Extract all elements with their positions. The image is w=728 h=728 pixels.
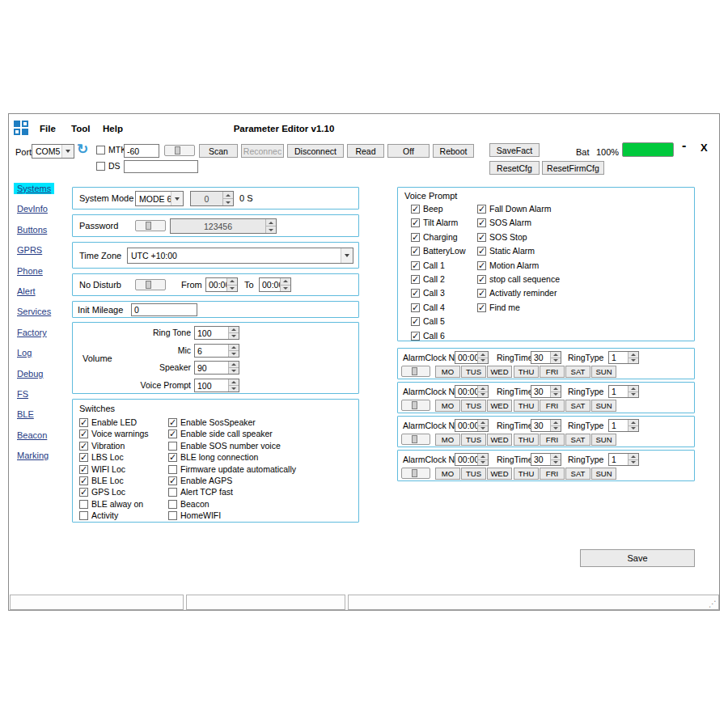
alarm-enable-slider[interactable] <box>401 400 430 411</box>
voice-checkbox-call-2[interactable]: Call 2 <box>411 274 445 284</box>
ringtype-spinner[interactable]: 1 <box>608 351 639 364</box>
day-button-fri[interactable]: FRI <box>540 468 565 480</box>
spinner-arrows[interactable] <box>228 379 239 392</box>
alarm-enable-slider[interactable] <box>401 434 430 445</box>
voice-checkbox-call-3[interactable]: Call 3 <box>411 288 445 298</box>
day-button-tus[interactable]: TUS <box>461 468 486 480</box>
voice-checkbox-batterylow[interactable]: BatteryLow <box>411 246 466 256</box>
day-button-wed[interactable]: WED <box>487 366 512 378</box>
volume-speaker-spinner[interactable]: 90 <box>194 361 239 375</box>
switch-checkbox-wifi-loc[interactable]: WIFI Loc <box>79 464 125 474</box>
switch-checkbox-ble-loc[interactable]: BLE Loc <box>79 476 124 485</box>
sidebar-item-beacon[interactable]: Beacon <box>14 430 50 441</box>
day-button-tus[interactable]: TUS <box>461 400 486 412</box>
system-mode-combobox[interactable]: MODE 6 <box>135 191 184 206</box>
spinner-arrows[interactable] <box>477 352 488 363</box>
voice-checkbox-static-alarm[interactable]: Static Alarm <box>477 246 535 256</box>
switch-checkbox-enable-sosspeaker[interactable]: Enable SosSpeaker <box>168 417 256 427</box>
switch-checkbox-enable-led[interactable]: Enable LED <box>79 417 137 427</box>
spinner-arrows[interactable] <box>628 454 638 465</box>
spinner-arrows[interactable] <box>477 454 488 465</box>
alarm-time-spinner[interactable]: 00:00 <box>455 419 489 432</box>
switch-checkbox-ble-long-connection[interactable]: BLE long connection <box>168 452 258 462</box>
switch-checkbox-gps-loc[interactable]: GPS Loc <box>79 487 125 497</box>
ringtime-spinner[interactable]: 30 <box>531 453 561 466</box>
ringtype-spinner[interactable]: 1 <box>608 385 639 398</box>
sidebar-item-log[interactable]: Log <box>14 347 35 358</box>
day-button-tus[interactable]: TUS <box>461 434 486 446</box>
switch-checkbox-lbs-loc[interactable]: LBS Loc <box>79 452 124 462</box>
sidebar-item-services[interactable]: Services <box>14 306 54 317</box>
sidebar-item-phone[interactable]: Phone <box>14 265 46 277</box>
day-button-fri[interactable]: FRI <box>540 400 565 412</box>
voice-checkbox-call-4[interactable]: Call 4 <box>411 303 445 312</box>
switch-checkbox-firmware-update-automatically[interactable]: Firmware update automatically <box>168 464 296 474</box>
no-disturb-to-spinner[interactable]: 00:00 <box>259 277 291 292</box>
day-button-sat[interactable]: SAT <box>565 400 590 412</box>
alarm-time-spinner[interactable]: 00:00 <box>455 453 489 466</box>
alarm-enable-slider[interactable] <box>401 366 430 377</box>
no-disturb-slider[interactable] <box>135 279 166 290</box>
sidebar-item-fs[interactable]: FS <box>14 388 32 400</box>
slider-thumb[interactable] <box>412 469 417 477</box>
day-button-sun[interactable]: SUN <box>591 400 616 412</box>
sidebar-item-marking[interactable]: Marking <box>14 450 52 461</box>
spinner-arrows[interactable] <box>226 278 237 291</box>
ringtime-spinner[interactable]: 30 <box>531 419 561 432</box>
slider-thumb[interactable] <box>412 367 417 375</box>
save-button[interactable]: Save <box>580 549 695 567</box>
sidebar-item-alert[interactable]: Alert <box>14 286 39 297</box>
spinner-arrows[interactable] <box>550 420 561 431</box>
spinner-arrows[interactable] <box>228 345 239 357</box>
voice-checkbox-call-5[interactable]: Call 5 <box>411 316 445 326</box>
voice-checkbox-sos-stop[interactable]: SOS Stop <box>477 232 527 242</box>
day-button-sun[interactable]: SUN <box>591 434 616 446</box>
day-button-thu[interactable]: THU <box>514 400 539 412</box>
spinner-arrows[interactable] <box>477 420 488 431</box>
voice-checkbox-tilt-alarm[interactable]: Tilt Alarm <box>411 218 458 227</box>
day-button-sat[interactable]: SAT <box>565 366 590 378</box>
spinner-arrows[interactable] <box>628 420 638 431</box>
switch-checkbox-alert-tcp-fast[interactable]: Alert TCP fast <box>168 487 233 497</box>
voice-checkbox-call-1[interactable]: Call 1 <box>411 260 445 270</box>
switch-checkbox-enable-sos-number-voice[interactable]: Enable SOS number voice <box>168 441 281 451</box>
day-button-mo[interactable]: MO <box>435 468 460 480</box>
voice-checkbox-call-6[interactable]: Call 6 <box>411 331 445 341</box>
ringtype-spinner[interactable]: 1 <box>608 453 639 466</box>
sidebar-item-devinfo[interactable]: DevInfo <box>14 203 51 214</box>
sidebar-item-factory[interactable]: Factory <box>14 327 50 338</box>
voice-checkbox-fall-down-alarm[interactable]: Fall Down Alarm <box>477 204 551 214</box>
alarm-enable-slider[interactable] <box>401 468 430 479</box>
day-button-thu[interactable]: THU <box>514 434 539 446</box>
slider-thumb[interactable] <box>412 435 417 443</box>
spinner-arrows[interactable] <box>228 362 239 374</box>
spinner-arrows[interactable] <box>628 352 638 363</box>
sidebar-item-ble[interactable]: BLE <box>14 408 37 420</box>
switch-checkbox-ble-alway-on[interactable]: BLE alway on <box>79 499 143 509</box>
day-button-sat[interactable]: SAT <box>565 468 590 480</box>
volume-voice-prompt-spinner[interactable]: 100 <box>194 379 239 392</box>
slider-thumb[interactable] <box>412 401 417 409</box>
password-slider[interactable] <box>135 220 166 231</box>
switch-checkbox-enable-agps[interactable]: Enable AGPS <box>168 476 232 485</box>
ringtime-spinner[interactable]: 30 <box>531 385 561 398</box>
spinner-arrows[interactable] <box>550 352 561 363</box>
day-button-sun[interactable]: SUN <box>591 366 616 378</box>
spinner-arrows[interactable] <box>228 327 239 339</box>
init-mileage-input[interactable] <box>131 303 197 316</box>
spinner-arrows[interactable] <box>477 386 488 397</box>
volume-ring-tone-spinner[interactable]: 100 <box>194 326 239 340</box>
day-button-wed[interactable]: WED <box>487 434 512 446</box>
no-disturb-from-spinner[interactable]: 00:00 <box>205 277 238 292</box>
voice-checkbox-find-me[interactable]: Find me <box>477 303 520 312</box>
spinner-arrows[interactable] <box>265 219 276 233</box>
ringtype-spinner[interactable]: 1 <box>608 419 639 432</box>
switch-checkbox-vibration[interactable]: Vibration <box>79 441 125 451</box>
switch-checkbox-enable-side-call-speaker[interactable]: Enable side call speaker <box>168 429 273 438</box>
voice-checkbox-charging[interactable]: Charging <box>411 232 458 242</box>
volume-mic-spinner[interactable]: 6 <box>194 344 239 358</box>
slider-thumb[interactable] <box>146 281 151 289</box>
voice-checkbox-activatly-reminder[interactable]: Activatly reminder <box>477 288 557 298</box>
slider-thumb[interactable] <box>146 222 151 230</box>
day-button-mo[interactable]: MO <box>435 434 460 446</box>
